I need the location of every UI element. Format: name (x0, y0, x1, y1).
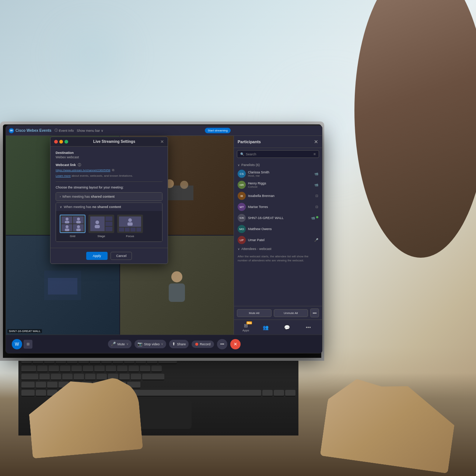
focus-layout-thumb[interactable] (117, 215, 143, 233)
key[interactable] (74, 374, 84, 380)
share-label: Share (177, 342, 186, 346)
panel-close-btn[interactable]: ✕ (314, 139, 318, 145)
svg-rect-16 (76, 229, 81, 231)
key[interactable] (119, 374, 130, 380)
participant-item[interactable]: MO Matthew Owens (234, 223, 322, 235)
key[interactable] (71, 366, 82, 372)
copy-icon[interactable]: ⧉ (112, 168, 114, 172)
no-shared-content-header[interactable]: ∨ When meeting has no shared content (56, 203, 162, 211)
participant-item[interactable]: SHN SHN7-16-GREAT WALL 📹 (234, 212, 322, 223)
attendees-section-header[interactable]: ∨ Attendees - webcast (234, 246, 322, 252)
webcast-url[interactable]: https://www.ustream.tv/channel/23605958 (56, 169, 111, 172)
unmute-all-btn[interactable]: Unmute All (274, 309, 308, 317)
key[interactable] (129, 366, 139, 372)
panelists-chevron: ∨ (238, 163, 240, 167)
key[interactable] (151, 366, 162, 372)
search-box[interactable]: 🔍 Search ≡ (237, 150, 319, 158)
bg-blur-1 (37, 18, 147, 92)
key[interactable] (97, 374, 107, 380)
key[interactable] (21, 390, 35, 396)
participant-name: Clarissa Smith (248, 170, 312, 174)
grid-layout-thumb[interactable] (60, 215, 85, 233)
key[interactable] (51, 374, 61, 380)
panelists-section-header[interactable]: ∨ Panelists (6) (234, 162, 322, 168)
key[interactable] (94, 366, 105, 372)
person-svg-4 (162, 269, 192, 302)
key[interactable] (21, 366, 36, 372)
record-btn[interactable]: Record (192, 341, 214, 348)
share-btn[interactable]: ⬆ Share (169, 340, 189, 348)
key[interactable] (60, 366, 70, 372)
key[interactable] (62, 374, 73, 380)
more-panel-btn[interactable]: ••• (310, 308, 319, 317)
chat-icon-btn[interactable]: 💬 (282, 322, 292, 332)
key[interactable] (262, 390, 273, 396)
apply-btn[interactable]: Apply (86, 252, 108, 260)
key[interactable] (36, 390, 46, 396)
grid-view-btn[interactable]: ⊞ (24, 340, 32, 349)
key[interactable] (285, 390, 295, 396)
panel-header: Participants ✕ (234, 136, 322, 148)
participant-item[interactable]: CS Clarissa Smith Host, me 📹 (234, 168, 322, 179)
no-shared-content-accordion: ∨ When meeting has no shared content (56, 202, 162, 242)
layout-option-stage[interactable]: Stage (88, 215, 114, 238)
grid-person-3 (64, 225, 70, 231)
layout-option-focus[interactable]: Focus (117, 215, 143, 238)
key[interactable] (274, 390, 284, 396)
participant-item[interactable]: MT Marise Torres ⊡ (234, 201, 322, 212)
overlay-close-btn[interactable]: ✕ (160, 139, 164, 144)
key[interactable] (83, 366, 93, 372)
event-info-btn[interactable]: ⓘ Event Info (55, 128, 74, 133)
show-menu-btn[interactable]: Show menu bar ∨ (77, 129, 104, 133)
key[interactable] (49, 366, 59, 372)
end-call-btn[interactable]: ✕ (230, 339, 241, 349)
stop-video-btn[interactable]: 📷 Stop video ∨ (134, 340, 167, 348)
participant-item[interactable]: IB Issabella Brennan ⊡ (234, 190, 322, 201)
learn-more-text: about events, webcasts, and known limita… (71, 174, 133, 177)
attendees-chevron: ∨ (238, 247, 240, 251)
participant-info-henry: Henry Riggs Cohost (248, 181, 312, 188)
participant-item[interactable]: UP Umar Patel 🎤 (234, 235, 322, 246)
apps-btn[interactable]: Beta ⊞ Apps (242, 323, 249, 332)
video-icon: ⊡ (315, 194, 318, 198)
key[interactable] (85, 374, 95, 380)
stop-video-chevron: ∨ (161, 342, 163, 346)
cancel-btn[interactable]: Cancel (111, 252, 132, 260)
key-row-3 (21, 374, 295, 380)
learn-more-link[interactable]: Learn more (56, 174, 71, 177)
key[interactable] (140, 366, 150, 372)
participant-item[interactable]: HR Henry Riggs Cohost 📹 (234, 179, 322, 190)
grid-person-1 (64, 217, 70, 223)
streaming-settings-overlay: Live Streaming Settings ✕ Destination We… (50, 137, 168, 264)
maximize-window-btn[interactable] (64, 140, 68, 144)
svg-rect-20 (127, 222, 133, 226)
laptop-screen: W Cisco Webex Events ⓘ Event Info Show m… (6, 125, 322, 353)
key[interactable] (39, 374, 50, 380)
start-streaming-btn[interactable]: Start streaming (205, 128, 231, 133)
minimize-window-btn[interactable] (59, 140, 63, 144)
key[interactable] (37, 366, 48, 372)
key[interactable] (36, 382, 46, 388)
stage-layout-thumb[interactable] (88, 215, 114, 233)
avatar-henry: HR (238, 181, 246, 189)
participant-icons: ⊡ (315, 205, 318, 209)
participant-icons: ⊡ (315, 194, 318, 198)
key[interactable] (21, 382, 35, 388)
key[interactable] (47, 382, 57, 388)
key[interactable] (131, 374, 141, 380)
mute-btn[interactable]: 🎤 Mute ∨ (108, 340, 132, 348)
destination-label: Destination (56, 151, 162, 155)
more-icon-btn[interactable]: ••• (303, 322, 314, 332)
participant-icons: 📹 (314, 183, 318, 187)
participants-icon-btn[interactable]: 👥 (260, 322, 271, 332)
key[interactable] (21, 374, 38, 380)
key[interactable] (106, 366, 116, 372)
layout-option-grid[interactable]: Grid (60, 215, 85, 238)
key[interactable] (142, 374, 164, 380)
more-options-btn[interactable]: ••• (217, 339, 227, 349)
shared-content-header[interactable]: › When meeting has shared content (56, 193, 162, 201)
close-window-btn[interactable] (54, 140, 58, 144)
mute-all-btn[interactable]: Mute All (237, 309, 272, 317)
key[interactable] (117, 366, 127, 372)
window-controls (54, 140, 68, 144)
